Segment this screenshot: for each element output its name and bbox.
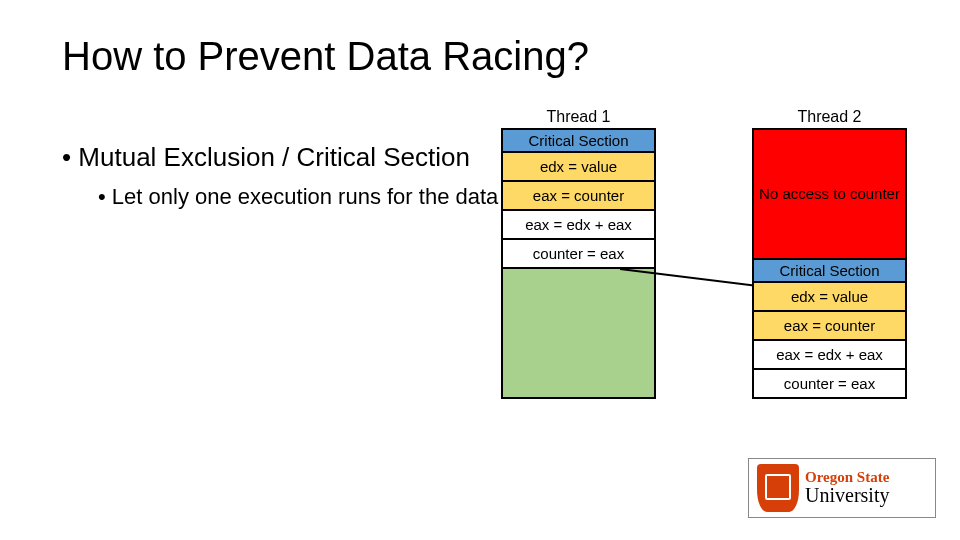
logo-text: Oregon State University	[805, 470, 889, 507]
thread1-critical-section-label: Critical Section	[503, 130, 654, 153]
thread1-box: Critical Section edx = value eax = count…	[501, 128, 656, 399]
thread2-box: No access to counter Critical Section ed…	[752, 128, 907, 399]
thread2-row: eax = counter	[754, 312, 905, 341]
oregon-state-logo: Oregon State University	[748, 458, 936, 518]
thread2-blocked-label: No access to counter	[759, 184, 900, 204]
thread1-row: counter = eax	[503, 240, 654, 269]
thread2-blocked-region: No access to counter	[754, 130, 905, 260]
thread2-header: Thread 2	[752, 106, 907, 128]
thread1-row: eax = edx + eax	[503, 211, 654, 240]
logo-line2: University	[805, 485, 889, 506]
logo-shield-icon	[757, 464, 799, 512]
bullet-main: Mutual Exclusion / Critical Section	[62, 142, 470, 173]
logo-line1: Oregon State	[805, 470, 889, 486]
thread1-header: Thread 1	[501, 106, 656, 128]
thread1-column: Thread 1 Critical Section edx = value ea…	[501, 106, 656, 399]
thread2-row: eax = edx + eax	[754, 341, 905, 370]
thread2-row: edx = value	[754, 283, 905, 312]
thread2-critical-section-label: Critical Section	[754, 260, 905, 283]
thread2-row: counter = eax	[754, 370, 905, 397]
thread1-row: edx = value	[503, 153, 654, 182]
thread2-column: Thread 2 No access to counter Critical S…	[752, 106, 907, 399]
slide: How to Prevent Data Racing? Mutual Exclu…	[0, 0, 960, 540]
slide-title: How to Prevent Data Racing?	[62, 34, 589, 79]
bullet-sub: Let only one execution runs for the data	[98, 184, 498, 210]
thread1-idle-region	[503, 269, 654, 397]
thread1-row: eax = counter	[503, 182, 654, 211]
